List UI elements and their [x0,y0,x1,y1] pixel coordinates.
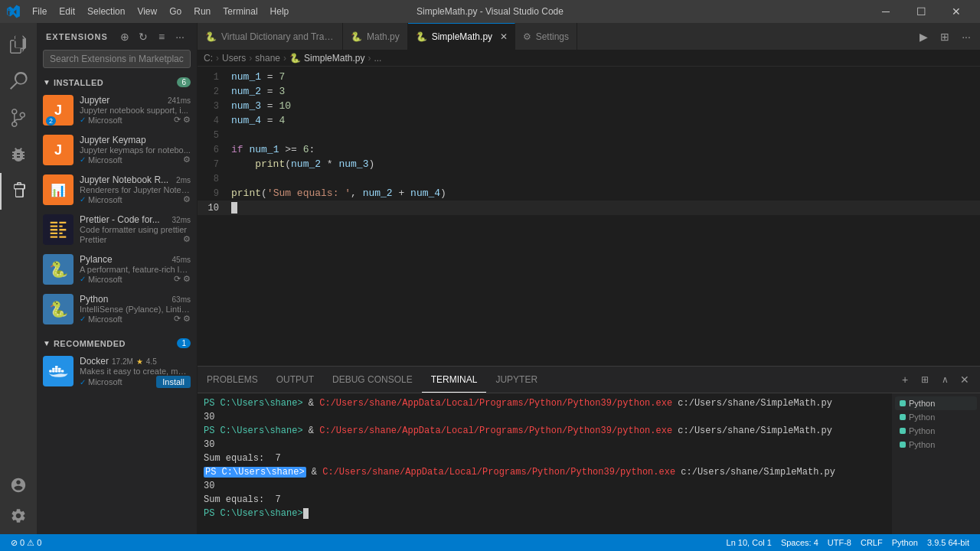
jupyter-notebook-settings-icon[interactable]: ⚙ [183,194,191,204]
new-terminal-button[interactable]: + [896,370,914,389]
panel-split-button[interactable]: ⊞ [916,370,934,389]
jupyter-notebook-info: Jupyter Notebook R... 2ms Renderers for … [80,174,191,204]
status-cursor-position[interactable]: Ln 10, Col 1 [722,538,776,547]
breadcrumb-file[interactable]: SimpleMath.py [304,53,364,64]
prettier-settings-icon[interactable]: ⚙ [183,234,191,244]
jupyter-keymap-publisher: Microsoft [88,155,122,165]
breadcrumb-sep-4: › [368,53,371,64]
installed-section-header[interactable]: ▼ INSTALLED 6 [37,74,197,90]
tab-settings[interactable]: ⚙ Settings [515,23,577,50]
tab-terminal[interactable]: TERMINAL [422,367,487,393]
tab-close-simplemath[interactable]: ✕ [500,31,508,42]
jupyter-notebook-name: Jupyter Notebook R... [80,174,168,185]
status-errors[interactable]: ⊘ 0 ⚠ 0 [6,538,46,548]
docker-install-button[interactable]: Install [156,376,191,388]
terminal-shell-python-3[interactable]: Python [895,424,977,438]
status-spaces[interactable]: Spaces: 4 [776,538,823,547]
window-maximize-button[interactable]: ☐ [903,0,939,23]
ext-item-python[interactable]: 🐍 Python 63ms IntelliSense (Pylance), Li… [37,289,197,329]
activity-git[interactable] [0,99,37,136]
code-line-1: 1 num_1 = 7 [198,70,980,84]
status-line-ending[interactable]: CRLF [856,538,887,547]
docker-name: Docker [80,356,109,367]
menu-edit[interactable]: Edit [53,5,81,18]
activity-search[interactable] [0,63,37,99]
jupyter-sync-icon[interactable]: ⟳ [174,115,181,125]
status-python-version[interactable]: 3.9.5 64-bit [923,538,974,547]
terminal-shell-python-1[interactable]: Python [895,396,977,410]
code-editor[interactable]: 1 num_1 = 7 2 num_2 = 3 3 num_3 = 10 4 n… [198,67,980,366]
tab-math[interactable]: 🐍 Math.py [343,23,408,50]
sidebar-header: EXTENSIONS ⊕ ↻ ≡ ··· [37,23,197,50]
ext-item-jupyter-keymap[interactable]: J Jupyter Keymap Jupyter keymaps for not… [37,130,197,170]
activity-explorer[interactable] [0,26,37,63]
filter-extensions-button[interactable]: ⊕ [117,29,132,44]
extensions-search-input[interactable] [43,50,191,68]
menu-selection[interactable]: Selection [81,5,131,18]
breadcrumb-more[interactable]: ... [374,53,381,64]
jupyter-settings-icon[interactable]: ⚙ [183,115,191,125]
menu-view[interactable]: View [131,5,163,18]
recommended-count-badge: 1 [177,338,191,348]
menu-terminal[interactable]: Terminal [217,5,263,18]
views-and-more-button[interactable]: ≡ [154,29,169,44]
breadcrumb-drive[interactable]: C: [204,53,213,64]
code-line-10: 10 [198,201,980,215]
activity-settings[interactable] [0,500,37,531]
window-minimize-button[interactable]: ─ [868,0,903,23]
breadcrumb-users[interactable]: Users [222,53,246,64]
recommended-section-header[interactable]: ▼ RECOMMENDED 1 [37,335,197,351]
ext-item-docker[interactable]: Docker 17.2M ★ 4.5 Makes it easy to crea… [37,351,197,393]
title-bar: File Edit Selection View Go Run Terminal… [0,0,980,23]
line-number-9: 9 [198,188,228,199]
ext-item-pylance[interactable]: 🐍 Pylance 45ms A performant, feature-ric… [37,249,197,289]
code-line-3: 3 num_3 = 10 [198,99,980,113]
sidebar-title: EXTENSIONS [46,32,108,41]
menu-file[interactable]: File [26,5,53,18]
more-actions-button[interactable]: ··· [172,29,188,44]
tab-virtual-dictionary[interactable]: 🐍 Virtual Dictionary and Translator.py [198,23,343,50]
tab-output[interactable]: OUTPUT [267,367,323,393]
window-close-button[interactable]: ✕ [939,0,974,23]
tab-jupyter[interactable]: JUPYTER [486,367,547,393]
terminal-line-4: 30 [204,438,886,452]
warning-icon: ⚠ [27,538,34,548]
activity-extensions[interactable] [0,173,37,210]
refresh-extensions-button[interactable]: ↻ [136,29,151,44]
tab-problems[interactable]: PROBLEMS [198,367,267,393]
activity-debug[interactable] [0,136,37,173]
menu-go[interactable]: Go [163,5,188,18]
menu-run[interactable]: Run [188,5,217,18]
pylance-sync-icon[interactable]: ⟳ [174,274,181,284]
status-encoding[interactable]: UTF-8 [823,538,856,547]
panel-maximize-button[interactable]: ∧ [936,370,954,389]
terminal-shell-python-4[interactable]: Python [895,438,977,452]
breadcrumb-shane[interactable]: shane [255,53,280,64]
status-language[interactable]: Python [887,538,923,547]
ext-item-jupyter[interactable]: J Jupyter 241ms Jupyter notebook support… [37,90,197,130]
tab-simplemath[interactable]: 🐍 SimpleMath.py ✕ [408,23,515,50]
panel-close-button[interactable]: ✕ [956,370,974,389]
gear-icon [10,507,27,524]
line-number-2: 2 [198,86,228,97]
terminal-panel: PROBLEMS OUTPUT DEBUG CONSOLE TERMINAL J… [198,366,980,534]
terminal-shell-python-2[interactable]: Python [895,410,977,424]
tab-label-virtual-dictionary: Virtual Dictionary and Translator.py [221,31,335,42]
python-sync-icon[interactable]: ⟳ [174,314,181,324]
menu-help[interactable]: Help [264,5,296,18]
editor-terminal-area: 1 num_1 = 7 2 num_2 = 3 3 num_3 = 10 4 n… [198,67,980,534]
run-button[interactable]: ▶ [913,26,934,47]
python-name: Python [80,294,108,305]
more-editor-actions-button[interactable]: ··· [956,26,977,47]
ext-item-jupyter-notebook[interactable]: 📊 Jupyter Notebook R... 2ms Renderers fo… [37,170,197,210]
python-settings-icon[interactable]: ⚙ [183,314,191,324]
activity-remote[interactable] [0,470,37,500]
pylance-settings-icon[interactable]: ⚙ [183,274,191,284]
terminal-output[interactable]: PS C:\Users\shane> & C:/Users/shane/AppD… [198,393,892,534]
ext-item-prettier[interactable]: Prettier - Code for... 32ms Code formatt… [37,210,197,249]
tab-debug-console[interactable]: DEBUG CONSOLE [323,367,422,393]
split-editor-button[interactable]: ⊞ [934,26,956,47]
jupyter-keymap-settings-icon[interactable]: ⚙ [183,155,191,165]
terminal-line-3: PS C:\Users\shane> & C:/Users/shane/AppD… [204,424,886,438]
chevron-down-icon: ▼ [43,78,51,86]
